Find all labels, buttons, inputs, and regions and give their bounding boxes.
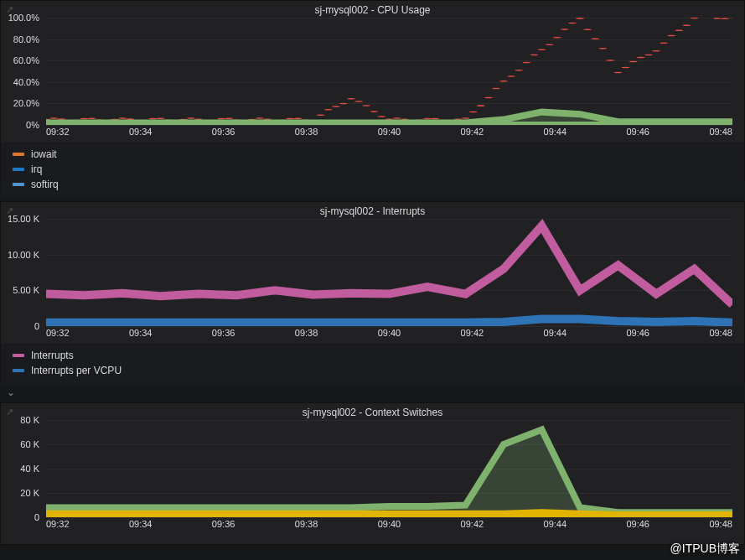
- svg-point-76: [622, 67, 630, 69]
- chevron-down-icon: ⌄: [7, 386, 15, 398]
- svg-point-81: [660, 42, 668, 44]
- panel-interrupts: ↗ sj-mysql002 - Interrupts 05.00 K10.00 …: [0, 201, 745, 382]
- chart-area-cpu[interactable]: 0%20.0%40.0%60.0%80.0%100.0%: [1, 18, 744, 125]
- legend-item[interactable]: irq: [13, 162, 732, 177]
- legend-item[interactable]: Interrupts per VCPU: [13, 363, 732, 378]
- svg-point-59: [492, 88, 500, 90]
- row-collapse[interactable]: ⌄: [0, 382, 745, 402]
- chart-area-ctx[interactable]: 020 K40 K60 K80 K: [1, 420, 744, 517]
- ytick: 80.0%: [1, 34, 43, 44]
- xtick: 09:34: [129, 519, 153, 534]
- svg-point-19: [187, 117, 195, 119]
- xtick: 09:46: [626, 127, 649, 142]
- xtick: 09:44: [544, 127, 567, 142]
- svg-point-61: [507, 75, 515, 77]
- svg-point-38: [332, 106, 340, 107]
- xtick: 09:38: [295, 328, 318, 343]
- legend-item[interactable]: softirq: [13, 177, 732, 192]
- svg-point-88: [713, 18, 722, 19]
- svg-point-65: [538, 49, 546, 50]
- svg-point-70: [576, 18, 584, 19]
- svg-point-6: [88, 118, 96, 120]
- svg-point-33: [293, 118, 302, 120]
- svg-point-77: [629, 61, 638, 63]
- svg-point-43: [370, 111, 378, 112]
- svg-point-28: [256, 117, 264, 119]
- svg-point-24: [225, 118, 233, 120]
- svg-point-74: [606, 60, 614, 61]
- panel-title: sj-mysql002 - CPU Usage: [1, 1, 744, 18]
- legend-swatch: [13, 369, 24, 372]
- xaxis-interrupts: 09:3209:3409:3609:3809:4009:4209:4409:46…: [1, 328, 744, 343]
- xtick: 09:44: [544, 328, 567, 343]
- svg-point-82: [667, 35, 675, 37]
- xtick: 09:38: [295, 519, 318, 534]
- svg-point-85: [691, 18, 699, 18]
- svg-point-64: [530, 54, 538, 56]
- legend-swatch: [13, 168, 24, 171]
- xaxis-ctx: 09:3209:3409:3609:3809:4009:4209:4409:46…: [1, 519, 744, 534]
- xtick: 09:44: [544, 519, 567, 534]
- svg-point-80: [652, 50, 660, 52]
- xtick: 09:46: [626, 328, 649, 343]
- ytick: 20.0%: [1, 98, 43, 108]
- ytick: 40 K: [1, 464, 43, 474]
- svg-point-57: [477, 105, 485, 106]
- svg-point-1: [49, 117, 58, 119]
- svg-point-75: [614, 72, 623, 74]
- ytick: 40.0%: [1, 77, 43, 87]
- svg-point-44: [377, 116, 385, 117]
- svg-point-41: [354, 101, 363, 102]
- legend-swatch: [13, 183, 24, 186]
- svg-point-23: [217, 118, 225, 120]
- svg-point-79: [644, 54, 653, 56]
- svg-point-68: [561, 29, 569, 30]
- xtick: 09:40: [378, 127, 401, 142]
- svg-point-66: [546, 44, 554, 45]
- svg-point-84: [682, 24, 691, 26]
- ytick: 60 K: [1, 439, 43, 449]
- ytick: 5.00 K: [1, 285, 43, 295]
- svg-marker-92: [46, 430, 732, 517]
- ytick: 60.0%: [1, 55, 43, 65]
- svg-point-71: [583, 29, 592, 30]
- panel-ctx: ↗ sj-mysql002 - Context Switches 020 K40…: [0, 402, 745, 545]
- watermark: @ITPUB博客: [670, 542, 740, 557]
- svg-point-46: [393, 117, 401, 119]
- xtick: 09:40: [378, 328, 401, 343]
- panel-cpu: ↗ sj-mysql002 - CPU Usage 0%20.0%40.0%60…: [0, 0, 745, 181]
- svg-point-67: [553, 37, 561, 39]
- ytick: 10.00 K: [1, 250, 43, 260]
- ytick: 100.0%: [1, 13, 43, 23]
- legend-item[interactable]: iowait: [13, 147, 732, 162]
- svg-point-39: [339, 103, 348, 105]
- xtick: 09:32: [46, 328, 70, 343]
- svg-point-69: [568, 23, 577, 24]
- legend-interrupts: InterruptsInterrupts per VCPU: [1, 343, 744, 385]
- svg-marker-93: [46, 512, 732, 517]
- svg-point-62: [515, 70, 523, 71]
- xtick: 09:48: [709, 519, 732, 534]
- legend-label: softirq: [31, 179, 59, 190]
- svg-point-72: [591, 38, 599, 39]
- legend-item[interactable]: Interrupts: [13, 348, 732, 363]
- chart-area-interrupts[interactable]: 05.00 K10.00 K15.00 K: [1, 219, 744, 326]
- xtick: 09:40: [378, 519, 401, 534]
- xtick: 09:48: [709, 127, 732, 142]
- xtick: 09:36: [212, 519, 235, 534]
- legend-label: Interrupts: [31, 350, 74, 361]
- legend-cpu: iowaitirqsoftirq: [1, 142, 744, 199]
- xtick: 09:42: [461, 328, 484, 343]
- xtick: 09:48: [709, 328, 732, 343]
- svg-point-10: [118, 117, 127, 119]
- xtick: 09:38: [295, 127, 318, 142]
- ytick: 20 K: [1, 488, 43, 498]
- svg-point-15: [157, 118, 165, 120]
- svg-point-32: [286, 118, 294, 120]
- svg-point-42: [362, 105, 370, 106]
- xtick: 09:42: [461, 519, 484, 534]
- legend-swatch: [13, 153, 24, 156]
- xtick: 09:36: [212, 127, 235, 142]
- xtick: 09:34: [129, 328, 153, 343]
- legend-label: iowait: [31, 148, 57, 160]
